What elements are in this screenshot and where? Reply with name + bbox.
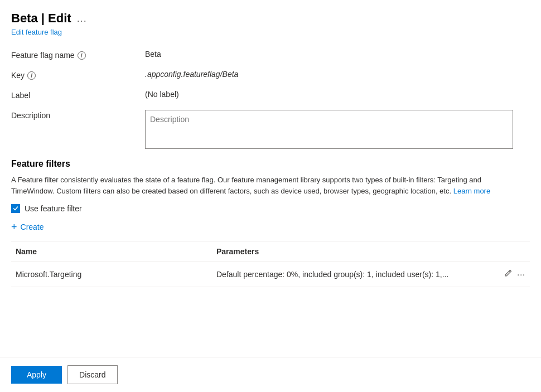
learn-more-link[interactable]: Learn more [453,187,490,195]
more-options-icon[interactable]: ... [77,13,87,25]
page-subtitle: Edit feature flag [11,28,530,36]
bottom-bar: Apply Discard [0,357,541,392]
apply-button[interactable]: Apply [11,366,62,384]
create-filter-row[interactable]: + Create [11,222,530,232]
filter-params-cell: Default percentage: 0%, included group(s… [212,262,530,287]
page-header: Beta | Edit ... [11,11,530,26]
use-feature-filter-checkbox[interactable] [11,204,20,213]
feature-flag-name-value: Beta [145,50,161,59]
label-row: Label (No label) [11,90,530,100]
table-col-name-header: Name [11,241,212,262]
use-feature-filter-row[interactable]: Use feature filter [11,204,530,213]
label-value: (No label) [145,90,179,99]
description-label: Description [11,110,145,120]
create-plus-icon: + [11,222,17,232]
label-label: Label [11,90,145,100]
filter-params-text: Default percentage: 0%, included group(s… [216,270,504,279]
feature-flag-name-row: Feature flag name i Beta [11,50,530,60]
page-title: Beta | Edit [11,11,71,26]
filters-table: Name Parameters Microsoft.Targeting Defa… [11,241,530,287]
use-feature-filter-label: Use feature filter [25,204,82,213]
key-info-icon[interactable]: i [27,71,36,80]
table-row: Microsoft.Targeting Default percentage: … [11,262,530,287]
key-value: .appconfig.featureflag/Beta [145,70,238,79]
table-col-params-header: Parameters [212,241,530,262]
row-actions: ··· [504,269,525,280]
discard-button[interactable]: Discard [67,365,117,384]
key-label: Key i [11,70,145,80]
description-row: Description [11,110,530,149]
more-options-row-icon[interactable]: ··· [517,270,525,279]
edit-filter-icon[interactable] [504,269,513,280]
description-input[interactable] [145,110,513,149]
key-row: Key i .appconfig.featureflag/Beta [11,70,530,80]
feature-flag-name-label: Feature flag name i [11,50,145,60]
feature-filters-section-title: Feature filters [11,159,530,169]
filter-name-cell: Microsoft.Targeting [11,262,212,287]
create-filter-label[interactable]: Create [21,222,44,231]
feature-filter-description: A Feature filter consistently evaluates … [11,175,524,196]
feature-flag-name-info-icon[interactable]: i [78,51,86,60]
